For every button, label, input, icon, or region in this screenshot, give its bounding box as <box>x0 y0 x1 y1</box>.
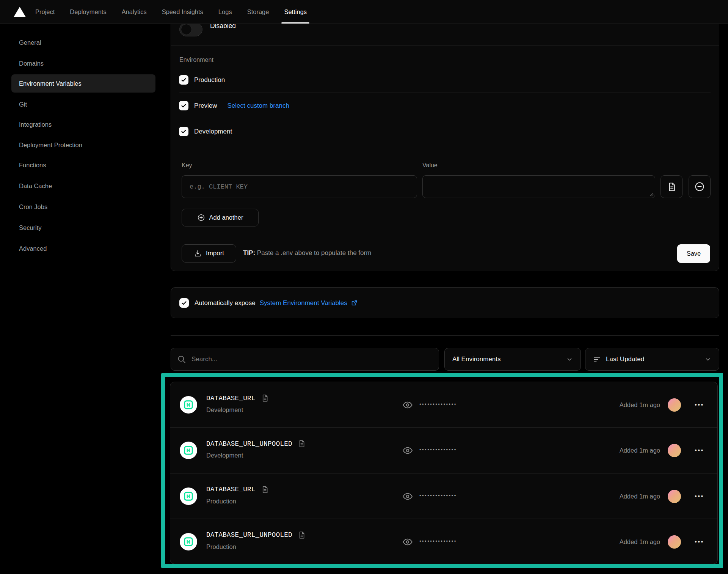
neon-logo-icon <box>183 399 194 410</box>
preview-checkbox[interactable] <box>179 101 188 110</box>
copy-file-icon[interactable] <box>261 486 269 494</box>
nav-tab-storage[interactable]: Storage <box>247 0 269 24</box>
expose-label: Automatically expose <box>195 299 256 307</box>
sidebar-item-git[interactable]: Git <box>11 95 155 113</box>
reveal-value-eye-icon[interactable] <box>402 445 413 456</box>
env-variable-row: DATABASE_URL_UNPOOLED Development ••••••… <box>170 428 717 473</box>
plus-circle-icon <box>197 214 205 222</box>
paste-env-file-button[interactable] <box>661 175 682 198</box>
neon-integration-avatar <box>180 533 197 550</box>
tip-text: TIP: Paste a .env above to populate the … <box>243 249 371 257</box>
copy-file-icon[interactable] <box>261 394 269 402</box>
neon-integration-avatar <box>180 488 197 505</box>
page: Disabled Environment Production Preview … <box>0 0 728 574</box>
sidebar-item-advanced[interactable]: Advanced <box>11 239 155 258</box>
env-target: Development <box>206 452 243 459</box>
section-divider <box>171 46 719 46</box>
preview-label: Preview <box>194 102 217 110</box>
user-avatar <box>668 490 681 503</box>
development-label: Development <box>194 128 232 135</box>
nav-tab-settings[interactable]: Settings <box>284 0 307 24</box>
production-checkbox[interactable] <box>179 75 188 85</box>
remove-row-button[interactable] <box>689 175 711 198</box>
sidebar-item-cron-jobs[interactable]: Cron Jobs <box>11 198 155 216</box>
nav-tab-analytics[interactable]: Analytics <box>122 0 147 24</box>
sidebar-item-integrations[interactable]: Integrations <box>11 115 155 134</box>
search-icon <box>177 355 186 364</box>
key-label: Key <box>182 162 192 169</box>
key-input[interactable] <box>182 175 417 198</box>
file-icon <box>667 182 676 192</box>
select-custom-branch-link[interactable]: Select custom branch <box>227 102 289 110</box>
sort-dropdown[interactable]: Last Updated <box>585 348 719 371</box>
nav-tab-project[interactable]: Project <box>35 0 55 24</box>
env-key: DATABASE_URL <box>206 395 256 402</box>
sidebar-item-domains[interactable]: Domains <box>11 54 155 72</box>
row-menu-button[interactable]: ••• <box>695 401 704 408</box>
development-checkbox[interactable] <box>179 127 188 136</box>
sidebar-item-environment-variables[interactable]: Environment Variables <box>11 74 155 93</box>
section-divider <box>171 147 719 147</box>
value-input[interactable] <box>422 175 655 198</box>
neon-logo-icon <box>183 445 194 456</box>
expose-checkbox[interactable] <box>179 298 189 308</box>
added-timestamp: Added 1m ago <box>620 447 660 454</box>
row-menu-button[interactable]: ••• <box>695 493 704 499</box>
vercel-logo-icon[interactable] <box>14 7 26 17</box>
environment-filter-dropdown[interactable]: All Environments <box>444 348 581 371</box>
neon-logo-icon <box>183 536 194 547</box>
neon-logo-icon <box>183 491 194 502</box>
reveal-value-eye-icon[interactable] <box>402 537 413 547</box>
added-timestamp: Added 1m ago <box>620 401 660 409</box>
row-menu-button[interactable]: ••• <box>695 538 704 545</box>
system-env-vars-link[interactable]: System Environment Variables <box>260 299 347 307</box>
system-env-card: Automatically expose System Environment … <box>171 287 719 318</box>
env-key: DATABASE_URL_UNPOOLED <box>206 440 292 448</box>
add-another-label: Add another <box>209 214 243 221</box>
env-target: Development <box>206 406 243 414</box>
env-variable-list: DATABASE_URL Development •••••••••••••• … <box>170 382 718 564</box>
env-variable-row: DATABASE_URL_UNPOOLED Production •••••••… <box>170 519 717 564</box>
toggle-knob <box>181 24 192 35</box>
sidebar-item-security[interactable]: Security <box>11 219 155 237</box>
env-variable-row: DATABASE_URL Production •••••••••••••• A… <box>170 473 717 519</box>
reveal-value-eye-icon[interactable] <box>402 491 413 502</box>
sidebar-item-functions[interactable]: Functions <box>11 156 155 174</box>
env-target: Production <box>206 498 236 505</box>
masked-value: •••••••••••••• <box>419 493 457 499</box>
production-label: Production <box>194 76 225 84</box>
masked-value: •••••••••••••• <box>419 447 457 453</box>
import-label: Import <box>206 250 224 257</box>
copy-file-icon[interactable] <box>298 440 306 448</box>
save-button[interactable]: Save <box>677 244 710 263</box>
nav-tab-deployments[interactable]: Deployments <box>70 0 106 24</box>
add-another-button[interactable]: Add another <box>182 209 259 226</box>
value-label: Value <box>422 162 438 169</box>
env-row-production: Production <box>179 75 225 85</box>
neon-integration-avatar <box>180 442 197 459</box>
check-icon <box>180 77 187 83</box>
env-key: DATABASE_URL <box>206 486 256 493</box>
added-timestamp: Added 1m ago <box>620 493 660 500</box>
env-variable-row: DATABASE_URL Development •••••••••••••• … <box>170 382 717 428</box>
sensitive-toggle[interactable] <box>179 22 202 36</box>
nav-tab-logs[interactable]: Logs <box>218 0 232 24</box>
row-divider <box>179 93 711 93</box>
row-menu-button[interactable]: ••• <box>695 447 704 453</box>
added-timestamp: Added 1m ago <box>620 538 660 546</box>
user-avatar <box>668 398 681 412</box>
sidebar-item-deployment-protection[interactable]: Deployment Protection <box>11 136 155 154</box>
nav-tab-speed-insights[interactable]: Speed Insights <box>162 0 203 24</box>
masked-value: •••••••••••••• <box>419 538 457 544</box>
env-var-create-card: Disabled Environment Production Preview … <box>171 0 719 271</box>
import-button[interactable]: Import <box>182 244 236 263</box>
sidebar-item-data-cache[interactable]: Data Cache <box>11 177 155 195</box>
reveal-value-eye-icon[interactable] <box>402 400 413 410</box>
top-navbar: ProjectDeploymentsAnalyticsSpeed Insight… <box>0 0 728 24</box>
sidebar-item-general[interactable]: General <box>11 33 155 52</box>
textarea-resize-grip[interactable] <box>650 192 654 197</box>
copy-file-icon[interactable] <box>298 531 306 539</box>
neon-integration-avatar <box>180 396 197 414</box>
minus-circle-icon <box>694 181 705 192</box>
search-input[interactable] <box>191 355 419 363</box>
